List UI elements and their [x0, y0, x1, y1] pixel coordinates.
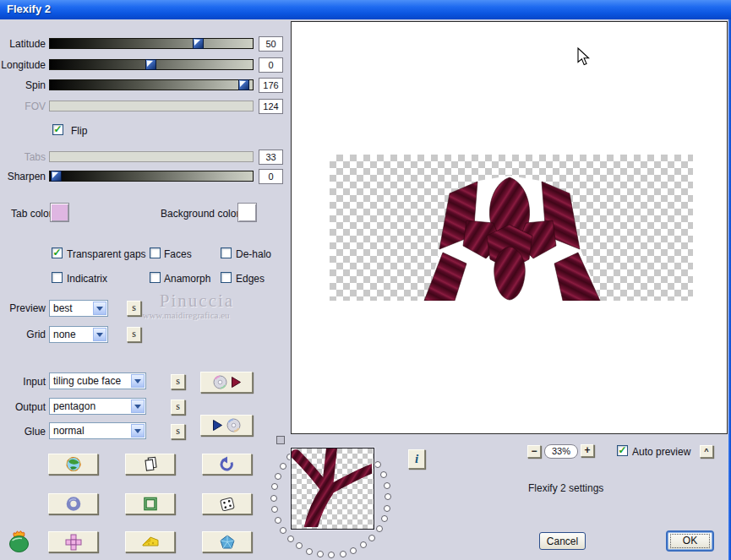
tabs-slider	[49, 151, 254, 162]
glue-shuffle-button[interactable]: s	[171, 424, 185, 439]
chevron-down-icon[interactable]	[93, 302, 106, 315]
longitude-slider-row: Longitude 0	[0, 57, 287, 73]
auto-preview-checkbox[interactable]: ✓	[617, 445, 628, 456]
fov-label: FOV	[0, 101, 46, 112]
grid-select[interactable]: none	[49, 326, 108, 343]
info-button[interactable]: i	[408, 449, 425, 469]
source-thumbnail[interactable]	[291, 448, 374, 530]
fov-value[interactable]: 124	[259, 99, 283, 114]
glue-select[interactable]: normal	[49, 422, 146, 439]
dial-dot[interactable]	[328, 552, 335, 558]
dial-dot[interactable]	[280, 463, 286, 470]
globe-icon	[65, 456, 82, 472]
dial-dot[interactable]	[275, 473, 281, 480]
tab-color-swatch[interactable]	[50, 203, 69, 222]
de-halo-label: De-halo	[236, 248, 271, 260]
spin-value[interactable]: 176	[259, 78, 283, 93]
cd-icon	[213, 375, 227, 389]
dial-dot[interactable]	[385, 493, 391, 500]
dial-dot[interactable]	[317, 551, 324, 557]
save-settings-button[interactable]	[200, 415, 253, 436]
output-select-value: pentagon	[53, 400, 95, 412]
dial-dot[interactable]	[380, 471, 387, 478]
dial-handle[interactable]	[276, 436, 285, 444]
transparent-gaps-checkbox[interactable]: ✓	[52, 247, 63, 258]
input-shuffle-button[interactable]: s	[171, 374, 185, 389]
longitude-value[interactable]: 0	[259, 57, 283, 73]
edges-label: Edges	[236, 273, 265, 285]
sharpen-slider-thumb[interactable]	[51, 171, 62, 182]
dial-dot[interactable]	[275, 517, 281, 524]
grid-shuffle-button[interactable]: s	[127, 327, 141, 342]
undo-button[interactable]	[202, 454, 252, 475]
title-bar[interactable]: Flexify 2	[0, 0, 731, 19]
ok-button[interactable]: OK	[666, 530, 714, 552]
chevron-down-icon[interactable]	[131, 374, 145, 388]
pentagon-button[interactable]	[202, 531, 252, 552]
edges-checkbox[interactable]	[221, 272, 232, 283]
cancel-button[interactable]: Cancel	[539, 532, 586, 550]
latitude-slider[interactable]	[49, 38, 254, 49]
ring-button[interactable]	[48, 493, 98, 514]
load-settings-button[interactable]	[200, 372, 253, 393]
zoom-in-button[interactable]: +	[581, 444, 594, 457]
dial-dot[interactable]	[340, 551, 346, 557]
grid-select-label: Grid	[0, 329, 46, 340]
preview-artwork-area	[330, 155, 693, 301]
sharpen-slider-row: Sharpen 0	[0, 169, 287, 184]
sharpen-value[interactable]: 0	[259, 169, 283, 184]
dial-dot[interactable]	[374, 461, 381, 468]
preview-select-label: Preview	[0, 302, 46, 314]
indicatrix-label: Indicatrix	[67, 273, 107, 285]
cube-net-button[interactable]	[48, 531, 98, 552]
dial-dot[interactable]	[350, 547, 357, 554]
glue-select-value: normal	[53, 425, 85, 437]
anamorph-checkbox[interactable]	[150, 272, 161, 283]
latitude-slider-thumb[interactable]	[193, 38, 204, 49]
input-select[interactable]: tiling cube face	[49, 372, 146, 389]
latitude-value[interactable]: 50	[259, 36, 283, 52]
preview-select[interactable]: best	[49, 300, 108, 317]
dial-dot[interactable]	[271, 483, 278, 490]
chevron-down-icon[interactable]	[131, 424, 145, 438]
spin-slider-row: Spin 176	[0, 78, 287, 93]
longitude-slider[interactable]	[49, 59, 254, 70]
output-select[interactable]: pentagon	[49, 398, 146, 415]
spin-slider-thumb[interactable]	[238, 79, 249, 90]
dial-dot[interactable]	[368, 535, 375, 541]
cube-net-icon	[64, 534, 83, 551]
dial-dot[interactable]	[384, 482, 390, 489]
flip-checkbox[interactable]: ✓	[52, 124, 63, 135]
dial-dot[interactable]	[384, 505, 390, 512]
zoom-level[interactable]: 33%	[544, 444, 578, 459]
output-shuffle-button[interactable]: s	[171, 400, 185, 415]
dial-dot[interactable]	[280, 527, 286, 534]
copy-button[interactable]	[125, 454, 175, 475]
spin-slider[interactable]	[49, 79, 254, 90]
chevron-down-icon[interactable]	[131, 400, 145, 413]
tabs-value[interactable]: 33	[259, 150, 283, 165]
dial-dot[interactable]	[376, 525, 383, 532]
chevron-down-icon[interactable]	[93, 328, 106, 341]
planet-button[interactable]	[48, 454, 98, 475]
dial-dot[interactable]	[360, 541, 367, 548]
background-color-swatch[interactable]	[237, 203, 257, 222]
random-button[interactable]	[202, 493, 252, 514]
zoom-out-button[interactable]: −	[527, 445, 541, 458]
de-halo-checkbox[interactable]	[221, 247, 232, 258]
preview-panel[interactable]	[291, 21, 728, 434]
longitude-slider-thumb[interactable]	[145, 59, 156, 70]
auto-preview-label: Auto preview	[632, 446, 690, 458]
indicatrix-checkbox[interactable]	[52, 272, 63, 283]
sharpen-slider[interactable]	[49, 171, 254, 182]
dial-dot[interactable]	[287, 536, 294, 542]
dial-dot[interactable]	[306, 548, 313, 555]
dial-dot[interactable]	[296, 542, 303, 549]
dial-dot[interactable]	[270, 495, 277, 502]
dial-dot[interactable]	[271, 506, 278, 513]
dial-dot[interactable]	[381, 515, 388, 522]
cheese-button[interactable]	[125, 531, 175, 552]
frame-button[interactable]	[125, 493, 175, 514]
faces-checkbox[interactable]	[150, 247, 161, 258]
collapse-button[interactable]: ^	[700, 445, 713, 458]
